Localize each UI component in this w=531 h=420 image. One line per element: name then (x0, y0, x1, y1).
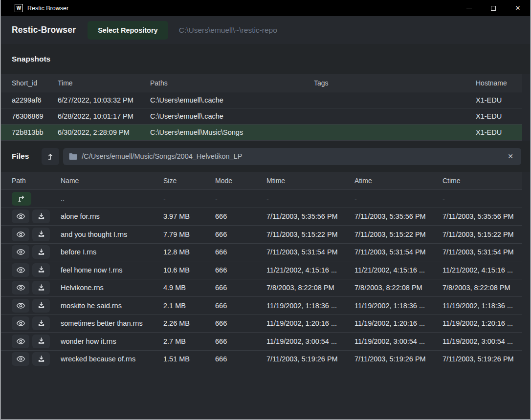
file-ctime: 11/19/2002, 1:20:16 ... (442, 319, 522, 327)
download-icon (38, 266, 45, 273)
files-table: Path Name Size Mode Mtime Atime Ctime ..… (1, 172, 522, 368)
eye-icon (16, 231, 25, 238)
file-ctime: 7/11/2003, 5:35:56 PM (442, 212, 522, 220)
dump-snapshot-button[interactable] (42, 148, 59, 165)
download-file-button[interactable] (32, 263, 50, 277)
eye-icon (16, 249, 25, 255)
download-file-button[interactable] (32, 352, 50, 366)
column-header-size: Size (163, 177, 215, 185)
eye-icon (16, 320, 25, 327)
file-name[interactable]: alone for.rns (61, 212, 163, 220)
snapshots-table: Short_id Time Paths Tags Hostname a2299a… (1, 74, 522, 141)
preview-file-button[interactable] (12, 210, 29, 223)
download-icon (38, 231, 45, 238)
select-repository-button[interactable]: Select Repository (88, 21, 168, 40)
app-title: Restic-Browser (12, 25, 76, 35)
download-file-button[interactable] (32, 210, 50, 223)
download-file-button[interactable] (32, 316, 50, 330)
download-icon (38, 356, 45, 363)
preview-file-button[interactable] (12, 335, 29, 348)
file-atime: 7/11/2003, 5:15:22 PM (354, 231, 442, 238)
file-atime: 11/19/2002, 3:00:54 ... (354, 337, 442, 345)
file-ctime: 7/11/2003, 5:31:54 PM (442, 248, 522, 256)
up-arrow-from-bar-icon (46, 152, 54, 160)
file-atime: 7/11/2003, 5:35:56 PM (354, 212, 442, 220)
file-mode: 666 (215, 302, 266, 310)
snapshot-row[interactable]: 76306869 6/28/2022, 10:01:17 PM C:\Users… (1, 108, 522, 125)
minimize-icon (466, 8, 472, 8)
preview-file-button[interactable] (12, 316, 29, 330)
download-icon (38, 213, 45, 220)
download-file-button[interactable] (32, 281, 50, 294)
preview-file-button[interactable] (12, 263, 29, 277)
files-path-field[interactable]: /C/Users/emuell/Music/Songs/2004_Helveti… (63, 148, 521, 165)
file-mtime: - (266, 195, 354, 203)
app-window: W Restic Browser ✕ Restic-Browser Select… (0, 0, 531, 420)
file-atime: 7/11/2003, 5:31:54 PM (354, 248, 442, 256)
file-name[interactable]: feel home now !.rns (61, 266, 163, 274)
file-mtime: 7/11/2003, 5:19:26 PM (266, 355, 354, 363)
download-file-button[interactable] (32, 299, 50, 313)
file-mode: 666 (215, 248, 266, 256)
file-size: 4.9 MB (163, 284, 215, 292)
titlebar: W Restic Browser ✕ (1, 0, 530, 16)
download-icon (38, 337, 45, 345)
files-table-header: Path Name Size Mode Mtime Atime Ctime (1, 172, 522, 190)
download-icon (38, 320, 45, 327)
download-file-button[interactable] (32, 335, 50, 348)
file-size: 1.51 MB (163, 355, 215, 363)
file-atime: - (354, 195, 442, 203)
file-size: 2.1 MB (163, 302, 215, 310)
preview-file-button[interactable] (12, 352, 29, 366)
file-name[interactable]: Helvikone.rns (61, 284, 163, 292)
column-header-atime: Atime (354, 177, 442, 185)
file-mode: 666 (215, 231, 266, 238)
snapshot-short-id: a2299af6 (12, 96, 58, 104)
parent-directory-icon (17, 195, 26, 202)
file-size: 2.7 MB (163, 337, 215, 345)
download-file-button[interactable] (32, 245, 50, 259)
file-name[interactable]: and you thought I.rns (61, 231, 163, 238)
download-file-button[interactable] (32, 228, 50, 241)
eye-icon (16, 338, 25, 345)
snapshot-time: 6/28/2022, 10:01:17 PM (58, 112, 150, 120)
snapshot-hostname: X1-EDU (476, 96, 522, 104)
snapshots-table-header: Short_id Time Paths Tags Hostname (1, 74, 522, 92)
file-name[interactable]: moskito he said.rns (61, 302, 163, 310)
preview-file-button[interactable] (12, 299, 29, 313)
maximize-button[interactable] (481, 0, 506, 16)
close-button[interactable]: ✕ (506, 0, 530, 16)
snapshot-paths: C:\Users\emuell\Music\Songs (150, 128, 314, 136)
column-header-ctime: Ctime (442, 177, 522, 185)
file-mode: 666 (215, 355, 266, 363)
download-icon (38, 249, 45, 256)
preview-file-button[interactable] (12, 281, 29, 294)
file-name[interactable]: .. (61, 195, 163, 203)
column-header-mode: Mode (215, 177, 266, 185)
file-name[interactable]: sometimes better than.rns (61, 319, 163, 327)
clear-icon: ✕ (508, 152, 513, 160)
file-name[interactable]: wonder how it.rns (61, 337, 163, 345)
snapshot-row[interactable]: 72b813bb 6/30/2022, 2:28:09 PM C:\Users\… (1, 125, 522, 141)
file-mtime: 11/19/2002, 1:18:36 ... (266, 302, 354, 310)
go-to-parent-button[interactable] (12, 192, 31, 206)
snapshot-row[interactable]: a2299af6 6/27/2022, 10:03:32 PM C:\Users… (1, 92, 522, 108)
column-header-time: Time (58, 79, 150, 87)
preview-file-button[interactable] (12, 245, 29, 259)
file-ctime: - (442, 195, 522, 203)
file-atime: 11/19/2002, 1:18:36 ... (354, 302, 442, 310)
file-mtime: 7/11/2003, 5:15:22 PM (266, 231, 354, 238)
file-ctime: 7/11/2003, 5:15:22 PM (442, 231, 522, 238)
files-table-body: alone for.rns 3.97 MB 666 7/11/2003, 5:3… (1, 208, 522, 369)
minimize-button[interactable] (457, 0, 481, 16)
file-atime: 7/11/2003, 5:19:26 PM (354, 355, 442, 363)
file-mtime: 11/19/2002, 1:20:16 ... (266, 319, 354, 327)
snapshot-paths: C:\Users\emuell\.cache (150, 112, 314, 120)
clear-path-button[interactable]: ✕ (506, 152, 515, 160)
file-name[interactable]: before I.rns (61, 248, 163, 256)
preview-file-button[interactable] (12, 228, 29, 241)
file-name[interactable]: wrecked because of.rns (61, 355, 163, 363)
folder-icon (69, 153, 77, 160)
file-mode: 666 (215, 284, 266, 292)
column-header-hostname: Hostname (476, 79, 522, 87)
